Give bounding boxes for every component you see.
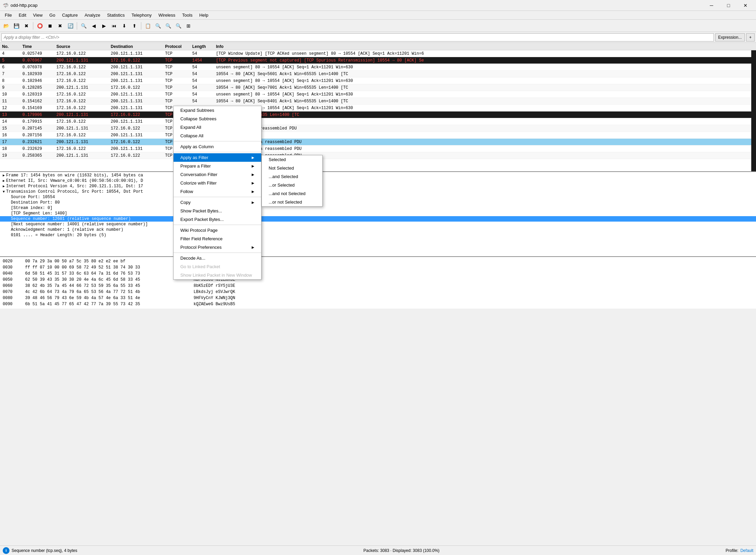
capture-options-button[interactable]: 🔄 [66, 21, 75, 31]
cell-destination: 172.16.0.122 [109, 140, 163, 144]
profile-value[interactable]: Default [740, 548, 753, 553]
packet-list: No. Time Source Destination Protocol Len… [0, 43, 756, 172]
filter-input[interactable] [1, 33, 714, 41]
detail-row[interactable]: ▶Internet Protocol Version 4, Src: 200.1… [0, 184, 756, 189]
cell-source: 200.121.1.131 [54, 140, 109, 144]
packet-row[interactable]: 15 0.207145 200.121.1.131 172.16.0.122 T… [0, 125, 756, 132]
detail-row[interactable]: [TCP Segment Len: 1400] [0, 211, 756, 216]
zoom-out-button[interactable]: 🔍 [163, 21, 173, 31]
detail-row[interactable]: ▼Transmission Control Protocol, Src Port… [0, 189, 756, 194]
detail-row[interactable]: Destination Port: 80 [0, 200, 756, 205]
packet-row[interactable]: 17 0.232621 200.121.1.131 172.16.0.122 T… [0, 139, 756, 145]
menu-item-file[interactable]: File [1, 11, 15, 20]
save-button[interactable]: 💾 [12, 21, 21, 31]
context-menu-item[interactable]: Wiki Protocol Page [174, 226, 261, 235]
context-menu-item[interactable]: Collapse All [174, 132, 261, 140]
packet-row[interactable]: 18 0.232629 172.16.0.122 200.121.1.131 T… [0, 145, 756, 152]
zoom-in-button[interactable]: 🔍 [153, 21, 163, 31]
submenu-item[interactable]: Not Selected [262, 164, 322, 172]
context-menu-item[interactable]: Decode As... [174, 254, 261, 262]
menu-item-tools[interactable]: Tools [179, 11, 196, 20]
packet-row[interactable]: 12 0.154169 172.16.0.122 200.121.1.131 T… [0, 105, 756, 111]
close-file-button[interactable]: ✖ [22, 21, 31, 31]
packet-row[interactable]: 4 0.025749 172.16.0.122 200.121.1.131 TC… [0, 50, 756, 57]
colorize-button[interactable]: 📋 [143, 21, 152, 31]
restart-capture-button[interactable]: ✖ [55, 21, 65, 31]
context-menu-item[interactable]: Apply as Filter▶ [174, 153, 261, 162]
submenu-item[interactable]: Selected [262, 155, 322, 164]
context-menu-item[interactable]: Conversation Filter▶ [174, 170, 261, 179]
detail-row[interactable]: Sequence number: 12601 (relative sequenc… [0, 216, 756, 222]
menu-item-analyze[interactable]: Analyze [81, 11, 104, 20]
context-menu-item[interactable]: Show Packet Bytes... [174, 207, 261, 215]
context-menu-item[interactable]: Expand Subtrees [174, 106, 261, 115]
submenu-item[interactable]: ...or not Selected [262, 198, 322, 206]
expression-button[interactable]: Expression... [715, 33, 745, 41]
menu-item-help[interactable]: Help [196, 11, 212, 20]
context-menu-item[interactable]: Go to Linked Packet [174, 262, 261, 271]
context-menu-item[interactable]: Prepare a Filter▶ [174, 162, 261, 170]
packet-row[interactable]: 10 0.128319 172.16.0.122 200.121.1.131 T… [0, 91, 756, 98]
packet-row[interactable]: 16 0.207156 172.16.0.122 200.121.1.131 T… [0, 132, 756, 139]
detail-row[interactable]: Acknowledgment number: 1 (relative ack n… [0, 227, 756, 232]
packet-row[interactable]: 13 0.179906 200.121.1.131 172.16.0.122 T… [0, 111, 756, 118]
layout-button[interactable]: ⊞ [184, 21, 193, 31]
detail-row[interactable]: [Stream index: 0] [0, 205, 756, 211]
cell-protocol: TCP [163, 85, 190, 90]
maximize-button[interactable]: □ [721, 0, 736, 11]
menu-item-wireless[interactable]: Wireless [155, 11, 179, 20]
context-menu-item[interactable]: Colorize with Filter▶ [174, 179, 261, 187]
zoom-reset-button[interactable]: 🔍 [174, 21, 183, 31]
context-menu-item[interactable]: Filter Field Reference [174, 235, 261, 243]
close-button[interactable]: ✕ [738, 0, 753, 11]
start-capture-button[interactable]: ⭕ [35, 21, 44, 31]
add-filter-button[interactable]: + [746, 33, 755, 41]
detail-row[interactable]: [Next sequence number: 14001 (relative s… [0, 222, 756, 227]
cell-destination: 200.121.1.131 [109, 133, 163, 138]
packet-row[interactable]: 5 0.076967 200.121.1.131 172.16.0.122 TC… [0, 57, 756, 64]
submenu-item[interactable]: ...or Selected [262, 181, 322, 189]
detail-row[interactable]: Source Port: 10554 [0, 194, 756, 200]
packet-row[interactable]: 8 0.102946 172.16.0.122 200.121.1.131 TC… [0, 77, 756, 84]
context-menu-item[interactable]: Expand All [174, 123, 261, 132]
prev-button[interactable]: ⬇ [120, 21, 129, 31]
packet-row[interactable]: 19 0.258365 200.121.1.131 172.16.0.122 T… [0, 152, 756, 159]
find-button[interactable]: 🔍 [79, 21, 88, 31]
minimize-button[interactable]: ─ [704, 0, 719, 11]
open-button[interactable]: 📂 [1, 21, 11, 31]
hex-bytes: 4c 42 6b 64 73 4a 79 6a 65 53 56 4a 77 7… [25, 290, 188, 294]
context-menu-item[interactable]: Follow▶ [174, 187, 261, 196]
next-button[interactable]: ⬆ [130, 21, 139, 31]
menu-item-label: Go to Linked Packet [180, 264, 220, 269]
context-menu-item[interactable]: Protocol Preferences▶ [174, 243, 261, 252]
menu-item-go[interactable]: Go [46, 11, 58, 20]
cell-length: 54 [190, 51, 214, 56]
menu-item-statistics[interactable]: Statistics [104, 11, 128, 20]
menu-item-view[interactable]: View [30, 11, 46, 20]
forward-button[interactable]: ▶ [99, 21, 109, 31]
packet-row[interactable]: 6 0.076978 172.16.0.122 200.121.1.131 TC… [0, 64, 756, 71]
context-menu-item[interactable]: Show Linked Packet in New Window [174, 271, 261, 279]
detail-row[interactable]: ▶Ethernet II, Src: Vmware_c0:00:01 (00:5… [0, 178, 756, 184]
context-menu-item[interactable]: Copy▶ [174, 198, 261, 207]
menu-item-capture[interactable]: Capture [59, 11, 81, 20]
stop-capture-button[interactable]: ⏹ [45, 21, 55, 31]
context-menu: Expand SubtreesCollapse SubtreesExpand A… [173, 106, 262, 280]
detail-row[interactable]: ▶Frame 17: 1454 bytes on wire (11632 bit… [0, 173, 756, 178]
detail-row[interactable]: 0101 .... = Header Length: 20 bytes (5) [0, 232, 756, 238]
context-menu-item[interactable]: Export Packet Bytes... [174, 215, 261, 224]
back-button[interactable]: ◀ [89, 21, 98, 31]
packet-row[interactable]: 7 0.102939 172.16.0.122 200.121.1.131 TC… [0, 71, 756, 77]
first-button[interactable]: ⏮ [109, 21, 119, 31]
menu-item-telephony[interactable]: Telephony [128, 11, 155, 20]
context-menu-item[interactable]: Apply as Column [174, 142, 261, 151]
submenu-item[interactable]: ...and Selected [262, 172, 322, 181]
menu-item-edit[interactable]: Edit [15, 11, 30, 20]
packet-row[interactable]: 14 0.179915 172.16.0.122 200.121.1.131 T… [0, 118, 756, 125]
packet-row[interactable]: 9 0.128285 200.121.1.131 172.16.0.122 TC… [0, 84, 756, 91]
submenu-item[interactable]: ...and not Selected [262, 189, 322, 198]
context-menu-separator [174, 253, 261, 253]
cell-protocol: TCP [163, 99, 190, 104]
context-menu-item[interactable]: Collapse Subtrees [174, 115, 261, 123]
packet-row[interactable]: 11 0.154162 172.16.0.122 200.121.1.131 T… [0, 98, 756, 105]
